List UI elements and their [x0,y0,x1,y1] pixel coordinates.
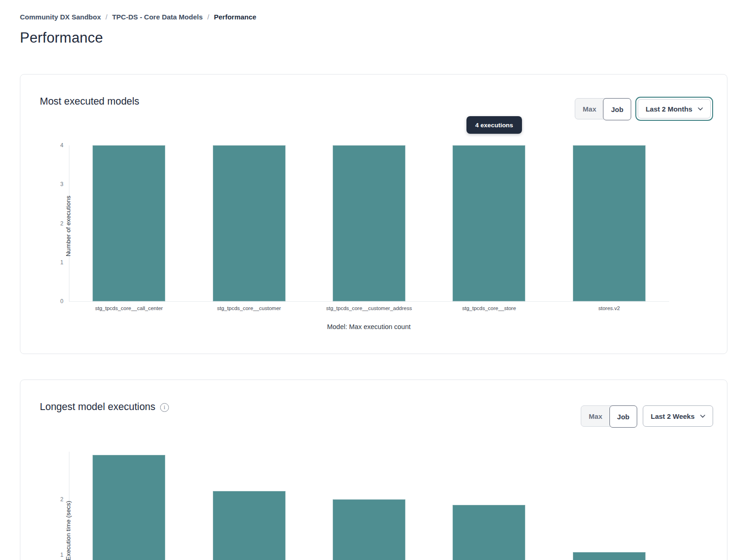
performance-page: Community DX Sandbox / TPC-DS - Core Dat… [0,0,733,560]
bar[interactable] [333,145,405,301]
x-tick-label: stg_tpcds_core__customer_address [326,305,412,311]
bar[interactable] [213,491,286,560]
card-longest-model-executions: Longest model executions i Max Job Last … [20,380,727,560]
bar[interactable] [573,552,646,560]
bar[interactable] [333,499,405,560]
x-tick-label: stg_tpcds_core__call_center [95,305,162,311]
breadcrumb-separator: / [106,13,107,21]
x-tick-label: stg_tpcds_core__customer [217,305,281,311]
y-axis-title: Number of executions [65,196,72,256]
bar[interactable] [573,145,646,301]
y-tick-label: 2 [48,496,63,503]
y-tick-label: 3 [48,181,63,187]
y-tick-label: 1 [48,259,63,266]
y-tick-label: 2 [48,220,63,227]
breadcrumb-link-project[interactable]: TPC-DS - Core Data Models [112,13,203,21]
card-most-executed-models: Most executed models Max Job Last 2 Mont… [20,74,727,354]
x-tick-label: stores.v2 [598,305,620,311]
bar[interactable] [213,145,286,301]
breadcrumb-separator: / [207,13,209,21]
x-axis-title: Model: Max execution count [327,323,411,330]
breadcrumb-current: Performance [214,13,256,21]
longest-model-executions-chart: 12 [20,380,727,560]
breadcrumb: Community DX Sandbox / TPC-DS - Core Dat… [20,13,256,21]
x-axis-line [69,301,669,302]
bar[interactable] [93,455,165,560]
bar[interactable] [453,505,525,560]
page-title: Performance [20,30,103,46]
breadcrumb-link-account[interactable]: Community DX Sandbox [20,13,101,21]
y-tick-label: 0 [48,298,63,305]
chart-tooltip: 4 executions [466,116,522,134]
bar[interactable] [93,145,165,301]
y-tick-label: 1 [48,552,63,558]
x-tick-label: stg_tpcds_core__store [462,305,516,311]
most-executed-models-chart: 01234stg_tpcds_core__call_centerstg_tpcd… [20,75,727,354]
y-tick-label: 4 [48,142,63,149]
bar[interactable] [453,145,525,301]
y-axis-title: Execution time (secs) [65,501,72,560]
